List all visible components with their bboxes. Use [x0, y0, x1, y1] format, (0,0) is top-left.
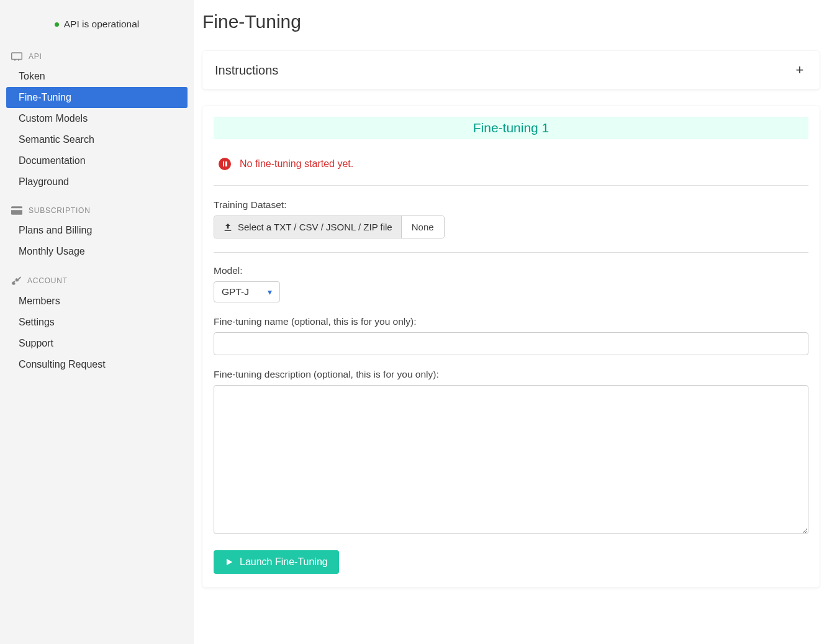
- nav-list-api: Token Fine-Tuning Custom Models Semantic…: [0, 66, 194, 193]
- launch-button-label: Launch Fine-Tuning: [240, 556, 328, 568]
- model-label: Model:: [214, 265, 808, 276]
- instructions-panel[interactable]: Instructions +: [202, 51, 820, 89]
- sidebar-item-fine-tuning[interactable]: Fine-Tuning: [6, 87, 188, 108]
- status-dot-icon: [55, 22, 59, 27]
- pause-icon: [219, 158, 231, 170]
- nav-list-account: Members Settings Support Consulting Requ…: [0, 291, 194, 375]
- nav-list-subscription: Plans and Billing Monthly Usage: [0, 220, 194, 262]
- sidebar-item-plans-billing[interactable]: Plans and Billing: [6, 220, 188, 241]
- finetune-banner: Fine-tuning 1: [214, 117, 808, 139]
- sidebar-item-semantic-search[interactable]: Semantic Search: [6, 129, 188, 150]
- sidebar-item-token[interactable]: Token: [6, 66, 188, 87]
- svg-rect-4: [11, 208, 22, 210]
- section-label: SUBSCRIPTION: [29, 206, 91, 215]
- sidebar-item-playground[interactable]: Playground: [6, 171, 188, 193]
- divider: [214, 252, 808, 253]
- name-field: Fine-tuning name (optional, this is for …: [214, 316, 808, 355]
- upload-value: None: [402, 216, 444, 238]
- training-dataset-field: Training Dataset: Select a TXT / CSV / J…: [214, 199, 808, 238]
- section-label: ACCOUNT: [27, 276, 68, 285]
- tools-icon: [11, 276, 21, 286]
- sidebar-item-custom-models[interactable]: Custom Models: [6, 108, 188, 129]
- api-icon: [11, 52, 22, 61]
- description-label: Fine-tuning description (optional, this …: [214, 369, 808, 380]
- sidebar: API is operational API Token Fine-Tuning…: [0, 0, 194, 644]
- section-header-subscription: SUBSCRIPTION: [0, 201, 194, 220]
- section-header-account: ACCOUNT: [0, 271, 194, 291]
- upload-button[interactable]: Select a TXT / CSV / JSONL / ZIP file: [214, 216, 402, 238]
- svg-rect-0: [12, 53, 22, 60]
- finetune-alert: No fine-tuning started yet.: [214, 158, 808, 186]
- finetune-description-input[interactable]: [214, 385, 808, 534]
- upload-icon: [223, 222, 233, 232]
- training-dataset-label: Training Dataset:: [214, 199, 808, 211]
- model-select[interactable]: GPT-J ▾: [214, 281, 280, 302]
- sidebar-item-settings[interactable]: Settings: [6, 312, 188, 333]
- sidebar-item-documentation[interactable]: Documentation: [6, 150, 188, 171]
- card-icon: [11, 206, 22, 215]
- svg-rect-3: [11, 206, 22, 215]
- finetune-name-input[interactable]: [214, 332, 808, 355]
- api-status: API is operational: [0, 19, 194, 30]
- section-header-api: API: [0, 47, 194, 66]
- instructions-title: Instructions: [215, 63, 278, 78]
- launch-button[interactable]: Launch Fine-Tuning: [214, 550, 339, 574]
- api-status-text: API is operational: [64, 19, 140, 30]
- upload-group: Select a TXT / CSV / JSONL / ZIP file No…: [214, 215, 445, 238]
- description-field: Fine-tuning description (optional, this …: [214, 369, 808, 537]
- name-label: Fine-tuning name (optional, this is for …: [214, 316, 808, 327]
- chevron-down-icon: ▾: [268, 287, 272, 297]
- play-icon: [225, 558, 233, 566]
- alert-text: No fine-tuning started yet.: [240, 158, 353, 170]
- main-content: Fine-Tuning Instructions + Fine-tuning 1…: [194, 0, 837, 644]
- model-value: GPT-J: [222, 286, 249, 297]
- upload-button-label: Select a TXT / CSV / JSONL / ZIP file: [238, 222, 392, 232]
- sidebar-item-consulting-request[interactable]: Consulting Request: [6, 354, 188, 375]
- sidebar-item-support[interactable]: Support: [6, 333, 188, 354]
- finetune-panel: Fine-tuning 1 No fine-tuning started yet…: [202, 106, 820, 587]
- section-label: API: [29, 52, 42, 61]
- model-field: Model: GPT-J ▾: [214, 265, 808, 302]
- plus-icon[interactable]: +: [792, 62, 807, 78]
- sidebar-item-monthly-usage[interactable]: Monthly Usage: [6, 241, 188, 262]
- sidebar-item-members[interactable]: Members: [6, 291, 188, 312]
- page-title: Fine-Tuning: [202, 11, 820, 32]
